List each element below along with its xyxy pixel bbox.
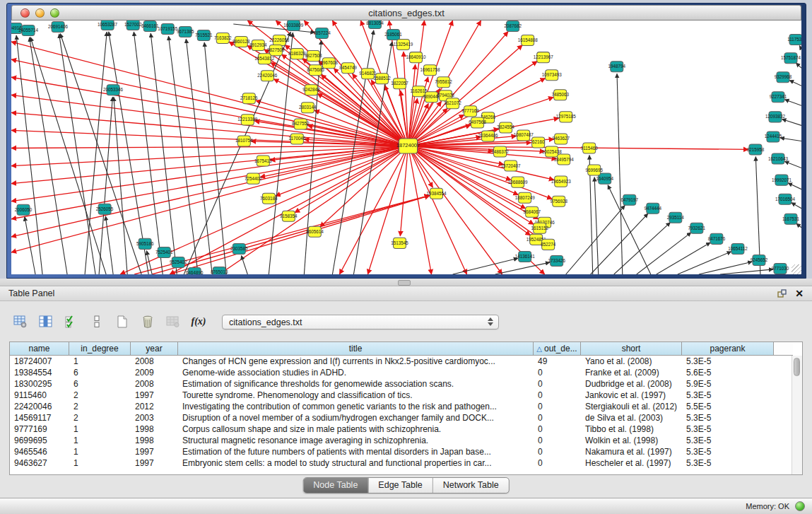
graph-node[interactable]: 8471676 xyxy=(708,233,726,244)
graph-node[interactable]: 22226058 xyxy=(269,35,289,46)
table-mode-button[interactable] xyxy=(11,313,30,330)
memory-status-indicator[interactable] xyxy=(795,501,805,511)
graph-node[interactable]: 2303585 xyxy=(230,243,248,254)
table-row[interactable]: 1830029562008Estimation of significance … xyxy=(10,378,793,390)
graph-node[interactable]: 7857224 xyxy=(313,28,331,39)
row-height-button[interactable] xyxy=(88,313,106,330)
graph-node[interactable]: 12213389 xyxy=(237,115,257,125)
column-header-pagerank[interactable]: pagerank xyxy=(682,342,774,356)
table-selector-dropdown[interactable]: citations_edges.txt xyxy=(222,315,499,329)
graph-node[interactable]: 12093832 xyxy=(765,112,785,122)
graph-node[interactable]: 8454749 xyxy=(339,63,357,74)
graph-node[interactable]: 8605614 xyxy=(306,226,324,237)
graph-node[interactable]: 8860128 xyxy=(233,37,250,47)
close-panel-icon[interactable]: ✕ xyxy=(795,288,804,298)
graph-node[interactable]: 2718126 xyxy=(240,93,258,104)
graph-node[interactable]: 9756928 xyxy=(550,196,567,206)
graph-node[interactable]: 1675413 xyxy=(254,156,272,166)
graph-node[interactable]: 6479197 xyxy=(621,194,639,205)
graph-node[interactable]: 1822057 xyxy=(391,78,408,89)
table-row[interactable]: 946554611997Estimation of the future num… xyxy=(10,446,793,457)
graph-node[interactable]: 7254402 xyxy=(245,173,262,184)
graph-node[interactable]: 10654112 xyxy=(728,243,748,254)
new-table-button[interactable] xyxy=(113,313,131,330)
graph-node[interactable]: 9671385 xyxy=(177,27,194,37)
column-header-year[interactable]: year xyxy=(131,342,178,356)
graph-node[interactable]: 1527002 xyxy=(124,21,142,30)
column-header-in_degree[interactable]: in_degree xyxy=(69,342,131,356)
graph-node[interactable]: 9699695 xyxy=(585,165,603,175)
splitter-handle[interactable] xyxy=(398,280,411,286)
graph-node[interactable]: 2087682 xyxy=(504,21,522,32)
graph-node[interactable]: 7486372 xyxy=(491,146,509,157)
graph-node[interactable]: 9771030 xyxy=(772,263,789,274)
graph-node[interactable]: 1615152 xyxy=(531,223,548,233)
graph-node[interactable]: 1588512 xyxy=(373,74,391,84)
graph-node[interactable]: 1733426 xyxy=(548,255,565,266)
graph-node[interactable]: 9242848 xyxy=(302,85,320,95)
function-builder-button[interactable]: f(x) xyxy=(189,313,208,330)
graph-node[interactable]: 9777169 xyxy=(461,106,479,117)
graph-node[interactable]: 11325419 xyxy=(394,40,413,50)
network-canvas[interactable]: 2049162140557142069140610653287152700264… xyxy=(11,21,801,274)
graph-node[interactable]: 8186328 xyxy=(288,49,306,59)
table-row[interactable]: 1456911722003Disruption of a novel membe… xyxy=(10,412,793,424)
canvas-resize-grip[interactable] xyxy=(792,264,801,274)
float-panel-icon[interactable] xyxy=(777,289,787,298)
graph-node[interactable]: 9474444 xyxy=(645,203,662,214)
graph-node[interactable]: 8427552 xyxy=(292,119,310,129)
delete-table-button[interactable] xyxy=(139,313,157,330)
table-row[interactable]: 969969511998Structural magnetic resonanc… xyxy=(10,435,793,446)
column-header-short[interactable]: short xyxy=(581,342,682,356)
graph-node[interactable]: 7515521 xyxy=(195,30,213,41)
graph-node[interactable]: 19384554 xyxy=(427,188,447,199)
graph-node[interactable]: 12975185 xyxy=(556,112,576,122)
graph-node[interactable]: 8813054 xyxy=(366,21,384,29)
table-row[interactable]: 2242004622012Investigating the contribut… xyxy=(10,401,793,412)
table-vertical-scrollbar[interactable] xyxy=(792,356,802,474)
graph-node[interactable]: 62160 xyxy=(532,137,545,148)
graph-node[interactable]: 852274 xyxy=(541,239,555,250)
graph-node[interactable]: 9684067 xyxy=(523,206,541,217)
table-row[interactable]: 1938455462009Genome-wide association stu… xyxy=(10,367,793,378)
graph-node[interactable]: 12213967 xyxy=(534,52,553,63)
tab-node-table[interactable]: Node Table xyxy=(303,478,367,493)
tab-network-table[interactable]: Network Table xyxy=(433,478,509,493)
graph-node[interactable]: 10653287 xyxy=(98,21,117,30)
graph-node[interactable]: 9329968 xyxy=(775,72,792,83)
graph-node[interactable]: 1948794 xyxy=(608,62,626,72)
graph-node[interactable]: 18724007 xyxy=(396,139,420,153)
graph-node[interactable]: 8215958 xyxy=(747,144,765,155)
graph-node[interactable]: 18640910 xyxy=(406,52,426,63)
graph-node[interactable]: 2935114 xyxy=(667,212,685,223)
delete-column-button-disabled[interactable] xyxy=(164,313,182,330)
graph-node[interactable]: 9463627 xyxy=(552,134,570,144)
graph-node[interactable]: 2803144 xyxy=(299,103,317,113)
graph-node[interactable]: 16154808 xyxy=(518,35,538,46)
table-row[interactable]: 946362711997Embryonic stem cells: a mode… xyxy=(10,457,793,469)
graph-node[interactable]: 16961758 xyxy=(420,65,440,76)
graph-node[interactable]: 15720407 xyxy=(501,160,521,171)
graph-node[interactable]: 9525402 xyxy=(170,257,187,267)
graph-node[interactable]: 8765013 xyxy=(211,267,228,274)
column-header-name[interactable]: name xyxy=(10,342,69,356)
graph-node[interactable]: 8475685 xyxy=(307,65,324,76)
graph-node[interactable]: 18807249 xyxy=(515,192,535,203)
graph-node[interactable]: 1621072 xyxy=(444,98,461,109)
graph-node[interactable]: 9245652 xyxy=(751,255,768,265)
graph-node[interactable]: 1167531 xyxy=(782,214,800,224)
graph-node[interactable]: 10719155 xyxy=(158,24,177,35)
scrollbar-thumb[interactable] xyxy=(794,358,800,376)
graph-node[interactable]: 15751874 xyxy=(781,53,801,64)
column-header-out_degree[interactable]: △out_de... xyxy=(534,342,581,356)
graph-node[interactable]: 3824554 xyxy=(497,122,514,133)
graph-node[interactable]: 6497568 xyxy=(469,117,486,128)
graph-node[interactable]: 1513545 xyxy=(391,238,408,248)
show-columns-button[interactable] xyxy=(37,313,55,330)
table-row[interactable]: 911546021997Tourette syndrome. Phenomeno… xyxy=(10,390,793,401)
graph-node[interactable]: 6464896 xyxy=(186,267,204,274)
graph-node[interactable]: 1244415 xyxy=(765,132,782,142)
graph-node[interactable]: 9115460 xyxy=(581,143,599,153)
graph-node[interactable]: 1117534 xyxy=(787,35,801,45)
graph-node[interactable]: 8912934 xyxy=(249,40,267,51)
